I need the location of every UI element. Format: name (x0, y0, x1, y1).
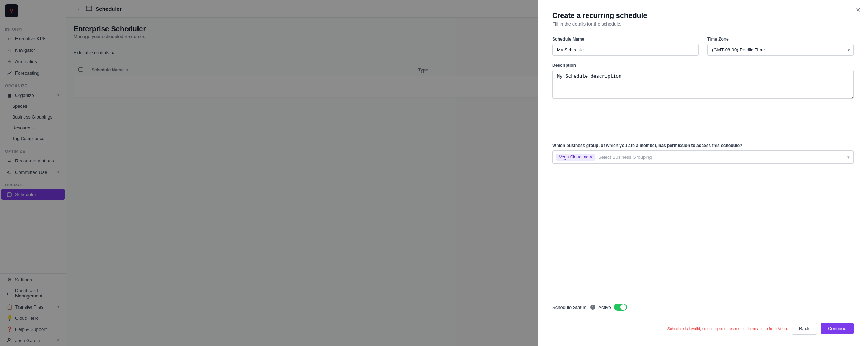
timezone-select[interactable]: (GMT-08:00) Pacific Time (707, 44, 854, 56)
continue-button[interactable]: Continue (821, 323, 854, 334)
modal-overlay: ✕ Create a recurring schedule Fill in th… (0, 0, 868, 346)
business-grouping-placeholder: Select Business Grouping (598, 154, 652, 160)
back-button[interactable]: Back (792, 323, 817, 335)
business-grouping-selector[interactable]: Vega Cloud Inc × Select Business Groupin… (552, 150, 854, 164)
modal-spacer (552, 223, 854, 296)
toggle-knob (620, 304, 626, 310)
form-group-description: Description My Schedule description (552, 63, 854, 136)
modal-subtitle: Fill in the details for the schedule. (552, 21, 854, 27)
timezone-label: Time Zone (707, 37, 854, 42)
status-toggle[interactable] (614, 304, 627, 311)
schedule-name-input[interactable] (552, 44, 699, 56)
tag-label: Vega Cloud Inc (559, 154, 588, 160)
schedule-name-label: Schedule Name (552, 37, 699, 42)
close-icon: ✕ (855, 6, 861, 14)
status-active-label: Active (598, 305, 611, 310)
dropdown-arrow-icon: ▾ (847, 154, 850, 160)
status-info-icon[interactable]: ℹ (590, 305, 595, 310)
form-group-schedule-name: Schedule Name (552, 37, 699, 56)
remove-tag-button[interactable]: × (590, 154, 592, 160)
description-input[interactable]: My Schedule description (552, 70, 854, 99)
modal-close-button[interactable]: ✕ (853, 5, 863, 15)
modal-footer: Schedule is invalid, selecting no times … (552, 317, 854, 335)
business-grouping-tag: Vega Cloud Inc × (556, 154, 595, 161)
business-grouping-label: Which business group, of which you are a… (552, 143, 854, 148)
status-row: Schedule Status: ℹ Active (552, 296, 854, 311)
timezone-select-wrapper: (GMT-08:00) Pacific Time (707, 44, 854, 56)
description-label: Description (552, 63, 854, 68)
form-group-timezone: Time Zone (GMT-08:00) Pacific Time (707, 37, 854, 56)
modal-panel: ✕ Create a recurring schedule Fill in th… (538, 0, 868, 346)
form-group-business-grouping: Which business group, of which you are a… (552, 143, 854, 216)
form-row-name-timezone: Schedule Name Time Zone (GMT-08:00) Paci… (552, 37, 854, 56)
schedule-status-label: Schedule Status: (552, 305, 587, 310)
error-message: Schedule is invalid, selecting no times … (667, 327, 788, 331)
modal-title: Create a recurring schedule (552, 11, 854, 20)
